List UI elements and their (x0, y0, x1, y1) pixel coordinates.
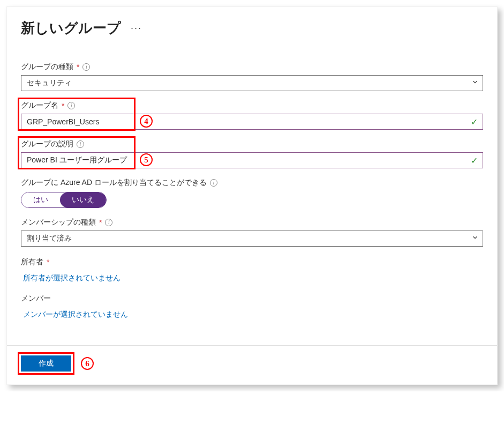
membership-type-label: メンバーシップの種類 (21, 218, 96, 227)
footer-separator (7, 345, 497, 346)
required-mark: * (47, 258, 49, 266)
membership-type-value: 割り当て済み (27, 234, 72, 243)
toggle-yes-button[interactable]: はい (21, 192, 60, 207)
aad-roles-label: グループに Azure AD ロールを割り当てることができる (21, 178, 207, 188)
required-mark: * (62, 101, 64, 110)
info-icon[interactable]: i (82, 63, 90, 71)
annotation-badge-6: 6 (81, 357, 94, 370)
info-icon[interactable]: i (105, 219, 112, 226)
membership-type-select[interactable]: 割り当て済み (21, 231, 483, 247)
new-group-panel: 新しいグループ ··· グループの種類 * i セキュリティ グループ名 (6, 6, 498, 385)
group-type-label: グループの種類 (21, 62, 73, 72)
group-name-input[interactable]: GRP_PowerBI_Users (21, 114, 483, 130)
toggle-no-button[interactable]: いいえ (60, 192, 106, 207)
group-desc-input[interactable]: Power BI ユーザー用グループ (21, 152, 483, 168)
group-name-field: グループ名 * i GRP_PowerBI_Users ✓ 4 (21, 101, 483, 130)
group-type-value: セキュリティ (27, 78, 72, 88)
group-type-select[interactable]: セキュリティ (21, 75, 483, 91)
group-desc-field: グループの説明 i Power BI ユーザー用グループ ✓ 5 (21, 139, 483, 168)
info-icon[interactable]: i (210, 179, 217, 187)
required-mark: * (77, 63, 79, 71)
owners-field: 所有者 * 所有者が選択されていません (21, 257, 483, 283)
aad-roles-toggle: はい いいえ (21, 192, 107, 208)
members-label: メンバー (21, 294, 51, 303)
more-actions-button[interactable]: ··· (131, 23, 142, 34)
aad-roles-field: グループに Azure AD ロールを割り当てることができる i はい いいえ (21, 178, 483, 208)
members-field: メンバー メンバーが選択されていません (21, 294, 483, 320)
owners-select-link[interactable]: 所有者が選択されていません (21, 273, 121, 283)
create-button[interactable]: 作成 (21, 355, 71, 372)
group-name-value: GRP_PowerBI_Users (27, 117, 99, 126)
group-name-label: グループ名 (21, 101, 58, 110)
group-type-field: グループの種類 * i セキュリティ (21, 62, 483, 91)
group-desc-value: Power BI ユーザー用グループ (27, 155, 127, 165)
members-select-link[interactable]: メンバーが選択されていません (21, 310, 128, 320)
owners-label: 所有者 (21, 257, 43, 267)
group-desc-label: グループの説明 (21, 139, 73, 149)
info-icon[interactable]: i (67, 102, 75, 109)
info-icon[interactable]: i (77, 140, 84, 148)
page-title: 新しいグループ (21, 19, 121, 38)
membership-type-field: メンバーシップの種類 * i 割り当て済み (21, 218, 483, 247)
required-mark: * (99, 218, 102, 227)
